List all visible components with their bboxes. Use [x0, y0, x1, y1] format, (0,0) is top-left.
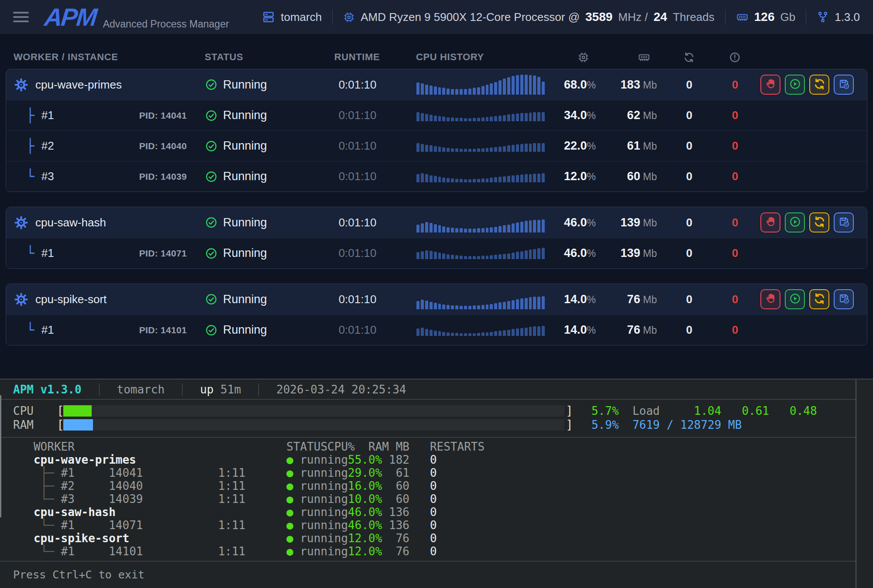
memory-value: 183: [621, 78, 640, 91]
save-icon: [838, 78, 850, 92]
tree-connector-icon: └: [26, 170, 34, 183]
runtime-value: 0:01:10: [339, 170, 377, 183]
play-icon: [789, 216, 801, 229]
restarts-count: 0: [686, 170, 692, 183]
status-label: Running: [223, 323, 267, 337]
start-button[interactable]: [785, 75, 805, 95]
runtime-value: 0:01:10: [339, 323, 377, 336]
gear-icon: [14, 78, 28, 92]
errors-count: 0: [732, 246, 738, 260]
hand-icon: [765, 78, 777, 92]
instance-pid: PID: 14071: [139, 248, 194, 259]
worker-group-row[interactable]: cpu-saw-hashRunning0:01:1046.0%139 Mb00: [6, 207, 867, 238]
gear-icon: [14, 292, 28, 307]
app-subtitle: Advanced Process Manager: [103, 18, 229, 34]
errors-count: 0: [732, 139, 738, 152]
worker-card: cpu-saw-hashRunning0:01:1046.0%139 Mb00└…: [6, 207, 867, 269]
hand-icon: [765, 293, 777, 306]
restart-button[interactable]: [809, 212, 829, 232]
tree-connector-icon: └: [26, 323, 34, 337]
status-label: Running: [223, 78, 267, 92]
start-button[interactable]: [785, 289, 805, 309]
save-icon: [838, 216, 850, 229]
terminal-gauges: CPU [ ] 5.7% Load 1.04 0.61 0.48 RAM [ ]…: [0, 400, 856, 438]
worker-name: cpu-spike-sort: [35, 293, 107, 306]
bracket: ]: [566, 404, 571, 418]
memory-indicator: 126 Gb: [736, 10, 795, 24]
restart-icon: [813, 215, 826, 230]
bracket: [: [57, 418, 62, 432]
status-check-icon: [205, 109, 217, 122]
status-label: Running: [223, 109, 267, 122]
errors-count: 0: [732, 323, 738, 336]
cpu-gauge-fill: [63, 405, 92, 417]
instance-pid: PID: 14041: [139, 110, 194, 121]
gear-icon: [14, 215, 28, 230]
worker-group-row[interactable]: cpu-wave-primesRunning0:01:1068.0%183 Mb…: [6, 69, 867, 100]
errors-count: 0: [732, 109, 738, 122]
memory-value: 62: [627, 109, 640, 122]
ram-gauge-values: 5.9% 7619 / 128729 MB: [571, 418, 850, 431]
play-icon: [789, 78, 801, 92]
cpu-threads-unit: Threads: [673, 10, 714, 24]
cpu-history-chart: [416, 140, 545, 152]
instance-label: #1: [41, 323, 54, 337]
status-check-icon: [205, 79, 217, 91]
worker-group-row[interactable]: cpu-spike-sortRunning0:01:1014.0%76 Mb00: [6, 284, 867, 315]
cpu-history-chart: [416, 171, 545, 182]
save-button[interactable]: [834, 289, 854, 309]
restart-button[interactable]: [809, 289, 829, 309]
worker-card: cpu-spike-sortRunning0:01:1014.0%76 Mb00…: [6, 284, 867, 345]
menu-icon[interactable]: [13, 12, 29, 22]
bracket: ]: [566, 418, 571, 432]
instance-row: └#3PID: 14039Running0:01:1012.0%60 Mb00: [6, 161, 867, 191]
stop-button[interactable]: [760, 289, 780, 309]
instance-label: #1: [41, 109, 54, 122]
cpu-percent: 14.0: [564, 323, 587, 336]
cpu-percent: 46.0: [564, 216, 587, 229]
terminal-scrollbar[interactable]: [0, 395, 1, 517]
instance-row: └#1PID: 14101Running0:01:1014.0%76 Mb00: [6, 315, 867, 345]
memory-value: 139: [621, 216, 640, 229]
column-restarts-icon: [658, 51, 719, 63]
terminal-right-border: [856, 379, 856, 588]
stop-button[interactable]: [760, 212, 780, 232]
save-button[interactable]: [834, 212, 854, 232]
status-label: Running: [223, 293, 267, 306]
terminal-datetime: 2026-03-24 20:25:34: [276, 383, 406, 396]
cpu-mhz: 3589: [585, 10, 612, 24]
column-cpu-history: CPU HISTORY: [416, 51, 547, 63]
cpu-percent: 14.0: [564, 293, 587, 306]
start-button[interactable]: [785, 212, 805, 232]
column-cpu-icon: [547, 51, 597, 63]
save-button[interactable]: [834, 75, 854, 95]
status-check-icon: [205, 171, 217, 183]
ram-gauge-fill: [63, 419, 93, 431]
runtime-value: 0:01:10: [339, 216, 377, 229]
status-label: Running: [223, 170, 267, 183]
restarts-count: 0: [686, 293, 692, 306]
ram-gauge-track: [63, 419, 564, 431]
memory-total: 126: [754, 10, 775, 24]
divider: [332, 10, 333, 24]
tree-connector-icon: ├: [26, 109, 34, 122]
tree-connector-icon: └: [26, 246, 34, 260]
memory-icon: [736, 11, 749, 24]
runtime-value: 0:01:10: [339, 78, 377, 91]
memory-value: 60: [627, 170, 640, 183]
runtime-value: 0:01:10: [339, 293, 377, 306]
app-root: APM Advanced Process Manager tomarch AMD…: [0, 0, 873, 588]
server-icon: [262, 10, 275, 24]
host-indicator: tomarch: [262, 10, 322, 24]
instance-row: ├#1PID: 14041Running0:01:1034.0%62 Mb00: [6, 100, 867, 130]
ram-gauge-label: RAM: [13, 418, 57, 431]
row-actions: [750, 75, 867, 95]
stop-button[interactable]: [760, 75, 780, 95]
status-label: Running: [223, 246, 267, 260]
restart-icon: [813, 292, 826, 307]
runtime-value: 0:01:10: [339, 246, 377, 260]
restart-icon: [813, 78, 826, 92]
restart-button[interactable]: [809, 75, 829, 95]
errors-count: 0: [732, 170, 738, 183]
instance-label: #3: [41, 170, 54, 183]
